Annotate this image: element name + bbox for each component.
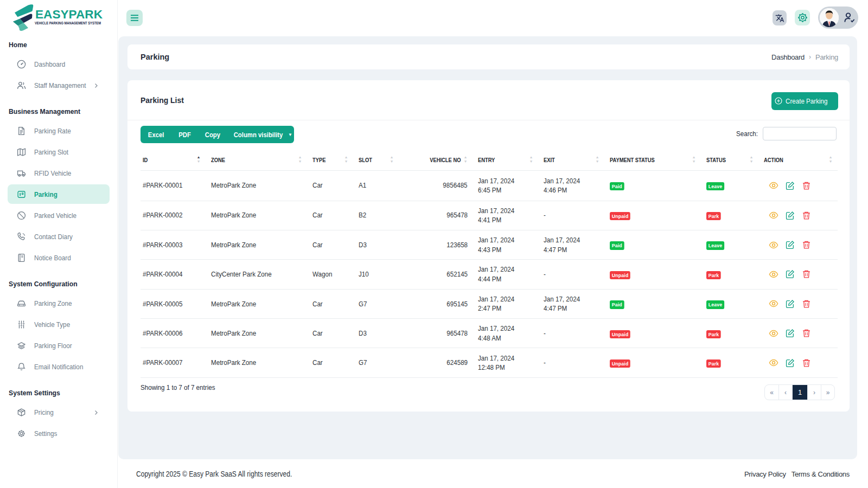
svg-text:EASYPARK: EASYPARK — [35, 8, 103, 21]
svg-text:VEHICLE PARKING MANAGEMENT SYS: VEHICLE PARKING MANAGEMENT SYSTEM — [35, 21, 101, 25]
